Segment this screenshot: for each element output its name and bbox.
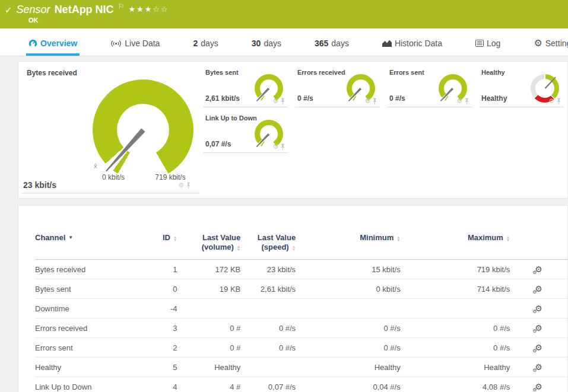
channel-name-cell[interactable]: Bytes sent [35,279,145,299]
minimum-cell: 15 kbit/s [296,260,401,279]
pin-icon[interactable] [372,98,377,104]
sensor-header: ✓ Sensor NetApp NIC ⚐ ★★★☆☆ OK [0,0,568,28]
tab-historic-data[interactable]: Historic Data [380,39,445,56]
channel-settings-icon[interactable]: ⚙⚙ [535,285,542,294]
pin-icon[interactable] [280,144,285,150]
priority-flag-icon[interactable]: ⚐ [118,2,125,11]
channel-settings-icon[interactable]: ⚙⚙ [535,324,542,333]
gear-icon[interactable]: ⚙ [364,98,370,104]
minimum-cell [296,299,401,318]
last-value-volume-cell: 19 KB [177,279,240,299]
pin-icon[interactable] [556,98,561,104]
sort-icon[interactable]: ▲▼ [237,245,240,251]
maximum-cell: Healthy [401,358,510,377]
tab-settings[interactable]: ⚙ Settings [531,39,568,56]
gear-icon[interactable]: ⚙ [456,98,462,104]
tab-log[interactable]: Log [473,39,503,56]
column-label: Channel [35,233,65,243]
last-value-volume-cell: 0 # [177,338,240,358]
gauge-needle [440,88,454,102]
tab-label: Log [487,39,500,48]
sort-icon[interactable]: ▲▼ [292,245,296,251]
channel-id-cell: 5 [145,358,177,377]
gear-icon[interactable]: ⚙ [178,182,184,189]
historic-chart-icon [382,40,392,47]
gauge-needle [104,128,145,173]
channel-name-cell[interactable]: Errors received [35,318,145,338]
column-header-minimum[interactable]: Minimum▲▼ [296,206,401,260]
gear-icon[interactable]: ⚙ [548,98,554,104]
gear-icon[interactable]: ⚙ [272,98,278,104]
tab-live-data[interactable]: Live Data [108,39,162,56]
gauge-title: Link Up to Down [205,114,257,122]
status-check-icon: ✓ [5,5,12,15]
channel-settings-icon[interactable]: ⚙⚙ [535,363,542,372]
column-header-id[interactable]: ID▲▼ [145,206,177,260]
tab-label: days [331,39,349,48]
channel-name-cell[interactable]: Healthy [35,358,145,377]
channel-settings-icon[interactable]: ⚙⚙ [535,304,542,313]
channel-tile-bytes-sent: Bytes sent 2,61 kbit/s ⚙ [199,62,291,107]
maximum-cell [401,299,510,318]
channel-settings-icon[interactable]: ⚙⚙ [535,383,542,391]
tab-label: days [201,39,218,48]
pin-icon[interactable] [464,98,469,104]
gauge-value: 23 kbit/s [23,180,56,190]
channel-tile-errors-received: Errors received 0 #/s ⚙ [291,62,383,107]
average-marker: x̄ [94,162,97,170]
tile-tools: ⚙ [548,98,561,104]
gauge-value: 0 #/s [389,94,405,103]
channel-name-cell[interactable]: Errors sent [35,338,145,358]
tab-label: Historic Data [395,39,442,48]
chevron-down-icon[interactable]: ▼ [68,233,73,243]
column-label: Last Value [258,233,296,243]
column-header-last-value-volume[interactable]: Last Value (volume)▲▼ [177,206,240,260]
gauge-needle [256,133,270,148]
last-value-speed-cell [240,299,296,318]
tab-2-days[interactable]: 2 days [191,39,220,56]
tab-365-days[interactable]: 365 days [312,39,351,56]
minimum-cell: 0,04 #/s [296,377,401,392]
last-value-speed-cell: 0 #/s [240,318,296,338]
column-label: Last Value [202,233,240,243]
column-header-last-value-speed[interactable]: Last Value (speed)▲▼ [240,206,296,260]
table-row: Errors sent 2 0 # 0 #/s 0 #/s 0 #/s ⚙⚙ [35,338,567,358]
table-row: Downtime -4 ⚙⚙ [35,299,567,318]
column-label: Maximum [468,233,503,243]
last-value-volume-cell: 0 # [177,318,240,338]
tile-tools: ⚙ [272,144,285,150]
channel-settings-icon[interactable]: ⚙⚙ [535,265,542,274]
channel-name-cell[interactable]: Bytes received [35,260,145,279]
column-label: (speed) [261,243,288,252]
column-header-maximum[interactable]: Maximum▲▼ [401,206,510,260]
pin-icon[interactable] [186,182,191,189]
pin-icon[interactable] [280,98,285,104]
channel-name-cell[interactable]: Downtime [35,299,145,318]
tab-label: Settings [545,39,568,48]
gauge-title: Errors received [297,69,345,76]
channel-name-cell[interactable]: Link Up to Down [35,377,145,392]
tab-overview[interactable]: Overview [26,39,80,56]
tile-tools: ⚙ [364,98,377,104]
maximum-cell: 4,08 #/s [401,377,510,392]
gear-icon[interactable]: ⚙ [272,144,278,150]
priority-stars[interactable]: ★★★☆☆ [128,5,169,14]
tab-30-days[interactable]: 30 days [249,39,284,56]
column-label: Minimum [360,233,394,243]
sort-icon[interactable]: ▲▼ [173,235,177,241]
table-row: Bytes sent 0 19 KB 2,61 kbit/s 0 kbit/s … [35,279,567,299]
tile-tools: ⚙ [272,98,285,104]
gauge-value: 0 #/s [297,94,313,103]
tab-label: Live Data [125,39,160,48]
minimum-cell: 0 kbit/s [296,279,401,299]
sort-icon[interactable]: ▲▼ [396,235,400,241]
channel-tile-bytes-received: Bytes received x̄ 0 kbit/s 719 kbit/s 23… [18,62,199,193]
column-header-channel[interactable]: Channel▼ [35,206,145,260]
channel-id-cell: 3 [145,318,177,338]
channel-id-cell: 2 [145,338,177,358]
maximum-cell: 0 #/s [401,338,510,358]
maximum-cell: 0 #/s [401,318,510,338]
channel-settings-icon[interactable]: ⚙⚙ [535,343,542,352]
gauge-needle [544,77,556,89]
sort-icon[interactable]: ▲▼ [506,235,510,241]
